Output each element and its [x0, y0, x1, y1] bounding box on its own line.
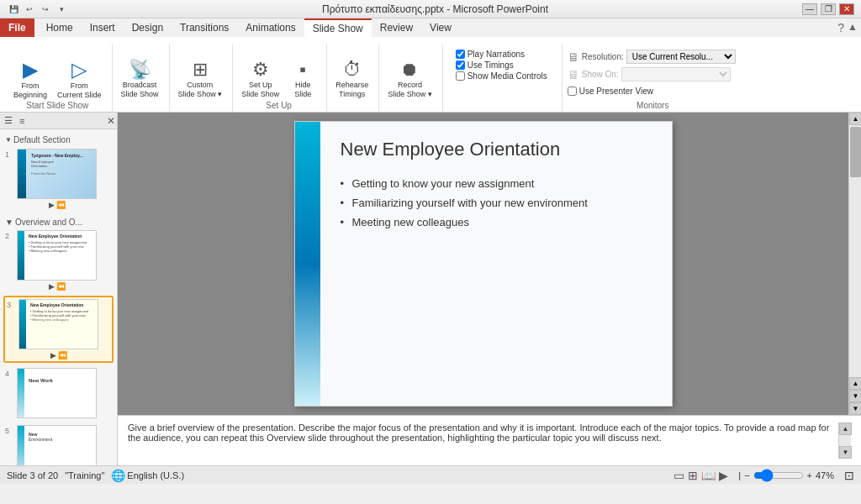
slide-thumb-4[interactable]: 4 New Work [3, 366, 114, 420]
slide-num-3: 3 [7, 301, 15, 309]
menu-items: Home Insert Design Transitions Animation… [34, 18, 861, 37]
from-beginning-btn[interactable]: ▶ FromBeginning [10, 58, 50, 102]
slide-content-area: New Employee Orientation Getting to know… [320, 122, 672, 406]
menu-view[interactable]: View [421, 18, 460, 37]
slide-thumb-3[interactable]: 3 New Employee Orientation • Getting to … [3, 296, 114, 363]
notes-scrollbar: ▲ ▼ [838, 423, 851, 459]
slide-thumb-5[interactable]: 5 New Environment [3, 423, 114, 465]
menu-file[interactable]: File [0, 18, 34, 37]
save-btn[interactable]: 💾 [7, 3, 20, 16]
zoom-slider[interactable] [753, 471, 804, 480]
notes-scroll-down[interactable]: ▼ [839, 446, 852, 459]
setup-slideshow-btn[interactable]: ⚙ Set UpSlide Show [238, 59, 283, 101]
ribbon-group-record: ⏺ RecordSlide Show ▾ [381, 45, 443, 112]
minimize-ribbon-icon[interactable]: ▲ [848, 21, 858, 34]
play-narrations-checkbox[interactable]: Play Narrations [456, 50, 547, 59]
slide-sorter-icon[interactable]: ⊞ [688, 469, 698, 482]
use-timings-label: Use Timings [467, 60, 514, 70]
slide-preview-3: New Employee Orientation • Getting to kn… [18, 299, 98, 349]
notes-area: Give a brief overview of the presentatio… [118, 415, 861, 465]
normal-view-icon[interactable]: ▭ [673, 469, 684, 482]
hide-slide-label: HideSlide [294, 81, 311, 99]
menu-review[interactable]: Review [372, 18, 421, 37]
undo-btn[interactable]: ↩ [23, 3, 36, 16]
panel-slides-view-btn[interactable]: ☰ [2, 114, 15, 127]
close-btn[interactable]: ✕ [839, 3, 854, 15]
record-icon: ⏺ [400, 60, 419, 79]
section-overview-label: Overview and O... [15, 218, 82, 227]
panel-outline-view-btn[interactable]: ≡ [17, 115, 27, 127]
fit-slide-btn[interactable]: ⊡ [844, 469, 854, 482]
content-area: New Employee Orientation Getting to know… [118, 113, 861, 415]
menu-animations[interactable]: Animations [237, 18, 304, 37]
scroll-thumb[interactable] [850, 127, 861, 177]
slide-title: New Employee Orientation [341, 139, 652, 160]
zoom-out-btn[interactable]: − [744, 470, 749, 480]
slide-icon-2b: ⏪ [56, 282, 66, 291]
show-on-label: Show On: [582, 70, 619, 79]
section-overview[interactable]: ▼ Overview and O... [3, 214, 114, 228]
play-narrations-input[interactable] [456, 50, 465, 59]
slide-preview-1: Τρέχουσα - New Employ... New Employee Or… [17, 149, 97, 199]
ribbon-group-custom: ⊞ CustomSlide Show ▾ [172, 45, 234, 112]
ribbon-group-setup: ⚙ Set UpSlide Show ▪ HideSlide Set Up [235, 45, 327, 112]
show-media-checkbox[interactable]: Show Media Controls [456, 71, 547, 81]
slide-icon-3a: ▶ [50, 351, 56, 360]
broadcast-icon: 📡 [129, 60, 151, 79]
scroll-next-slide-btn[interactable]: ▼ [849, 390, 861, 402]
presenter-view-checkbox[interactable]: Use Presenter View [568, 87, 738, 96]
from-beginning-label: FromBeginning [13, 81, 47, 100]
setup-group-label: Set Up [233, 101, 325, 110]
reading-view-icon[interactable]: 📖 [701, 469, 716, 482]
slide-bullets: Getting to know your new assignment Fami… [341, 174, 652, 232]
show-media-input[interactable] [456, 71, 465, 81]
section-default[interactable]: ▼ Default Section [3, 133, 114, 147]
resolution-select[interactable]: Use Current Resolu... [626, 50, 736, 64]
custom-buttons: ⊞ CustomSlide Show ▾ [175, 46, 226, 110]
setup-label: Set UpSlide Show [241, 81, 279, 99]
menu-design[interactable]: Design [124, 18, 172, 37]
menu-slideshow[interactable]: Slide Show [304, 18, 372, 37]
help-icon[interactable]: ? [837, 21, 844, 34]
record-buttons: ⏺ RecordSlide Show ▾ [384, 46, 436, 110]
slideshow-view-icon[interactable]: ▶ [719, 469, 728, 482]
from-current-btn[interactable]: ▷ FromCurrent Slide [54, 58, 105, 102]
hide-slide-btn[interactable]: ▪ HideSlide [286, 59, 320, 101]
menu-home[interactable]: Home [38, 18, 82, 37]
customize-btn[interactable]: ▾ [55, 3, 68, 16]
window-controls: — ❐ ✕ [802, 3, 854, 15]
slide-thumb-2[interactable]: 2 New Employee Orientation • Getting to … [3, 228, 114, 292]
language-flag: 🌐 [111, 469, 125, 482]
redo-btn[interactable]: ↪ [39, 3, 52, 16]
slide-panel: ☰ ≡ ✕ ▼ Default Section 1 Τρέχουσα - New [0, 113, 118, 465]
resolution-icon: 🖥 [568, 50, 579, 64]
menu-transitions[interactable]: Transitions [172, 18, 237, 37]
scroll-up-btn[interactable]: ▲ [849, 113, 861, 125]
ribbon-group-checkboxes: Play Narrations Use Timings Show Media C… [445, 45, 563, 112]
presenter-view-input[interactable] [568, 87, 577, 96]
maximize-btn[interactable]: ❐ [821, 3, 836, 15]
minimize-btn[interactable]: — [802, 3, 817, 15]
broadcast-btn[interactable]: 📡 BroadcastSlide Show [118, 59, 162, 101]
notes-scroll-track [839, 435, 851, 446]
scroll-down-btn[interactable]: ▼ [849, 402, 861, 415]
zoom-in-btn[interactable]: + [807, 470, 812, 480]
slide-icons-3: ▶ ⏪ [50, 351, 67, 360]
use-timings-checkbox[interactable]: Use Timings [456, 60, 547, 70]
record-slideshow-btn[interactable]: ⏺ RecordSlide Show ▾ [384, 59, 436, 101]
slide-thumb-1[interactable]: 1 Τρέχουσα - New Employ... New Employee … [3, 147, 114, 211]
panel-close-btn[interactable]: ✕ [107, 115, 115, 127]
scroll-prev-slide-btn[interactable]: ▲ [849, 377, 861, 390]
slide-bullet-3: Meeting new colleagues [341, 213, 652, 232]
rehearse-timings-btn[interactable]: ⏱ RehearseTimings [332, 59, 372, 101]
menu-insert[interactable]: Insert [82, 18, 124, 37]
title-bar: 💾 ↩ ↪ ▾ Πρότυπο εκπαίδευσης.pptx - Micro… [0, 0, 861, 18]
ribbon-group-rehearse: ⏱ RehearseTimings [329, 45, 379, 112]
use-timings-input[interactable] [456, 60, 465, 70]
record-label: RecordSlide Show ▾ [388, 81, 432, 99]
show-on-row: 🖥 Show On: [568, 67, 738, 81]
theme-name: "Training" [65, 470, 104, 480]
notes-scroll-up[interactable]: ▲ [839, 423, 852, 435]
custom-slideshow-btn[interactable]: ⊞ CustomSlide Show ▾ [175, 59, 226, 101]
slide-counter: Slide 3 of 20 [7, 470, 58, 480]
